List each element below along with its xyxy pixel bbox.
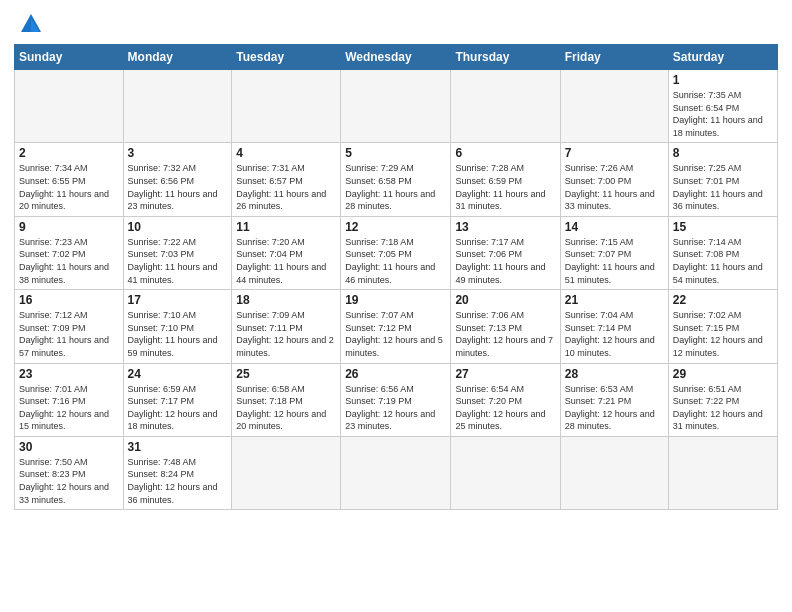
calendar-cell: 8Sunrise: 7:25 AM Sunset: 7:01 PM Daylig… — [668, 143, 777, 216]
day-info: Sunrise: 7:02 AM Sunset: 7:15 PM Dayligh… — [673, 309, 773, 359]
day-info: Sunrise: 7:28 AM Sunset: 6:59 PM Dayligh… — [455, 162, 555, 212]
calendar-cell: 15Sunrise: 7:14 AM Sunset: 7:08 PM Dayli… — [668, 216, 777, 289]
calendar-cell — [341, 436, 451, 509]
weekday-thursday: Thursday — [451, 45, 560, 70]
calendar-cell: 6Sunrise: 7:28 AM Sunset: 6:59 PM Daylig… — [451, 143, 560, 216]
calendar-row-1: 2Sunrise: 7:34 AM Sunset: 6:55 PM Daylig… — [15, 143, 778, 216]
logo-icon — [17, 10, 45, 38]
day-number: 29 — [673, 367, 773, 381]
calendar-row-5: 30Sunrise: 7:50 AM Sunset: 8:23 PM Dayli… — [15, 436, 778, 509]
calendar-row-3: 16Sunrise: 7:12 AM Sunset: 7:09 PM Dayli… — [15, 290, 778, 363]
day-number: 11 — [236, 220, 336, 234]
calendar-cell: 3Sunrise: 7:32 AM Sunset: 6:56 PM Daylig… — [123, 143, 232, 216]
day-info: Sunrise: 7:34 AM Sunset: 6:55 PM Dayligh… — [19, 162, 119, 212]
calendar-cell: 11Sunrise: 7:20 AM Sunset: 7:04 PM Dayli… — [232, 216, 341, 289]
calendar-cell — [560, 70, 668, 143]
day-number: 4 — [236, 146, 336, 160]
day-number: 23 — [19, 367, 119, 381]
day-info: Sunrise: 7:35 AM Sunset: 6:54 PM Dayligh… — [673, 89, 773, 139]
day-info: Sunrise: 7:12 AM Sunset: 7:09 PM Dayligh… — [19, 309, 119, 359]
calendar-cell — [15, 70, 124, 143]
day-info: Sunrise: 7:15 AM Sunset: 7:07 PM Dayligh… — [565, 236, 664, 286]
calendar-cell: 24Sunrise: 6:59 AM Sunset: 7:17 PM Dayli… — [123, 363, 232, 436]
calendar-cell — [123, 70, 232, 143]
weekday-sunday: Sunday — [15, 45, 124, 70]
weekday-friday: Friday — [560, 45, 668, 70]
calendar-cell: 2Sunrise: 7:34 AM Sunset: 6:55 PM Daylig… — [15, 143, 124, 216]
calendar-cell: 4Sunrise: 7:31 AM Sunset: 6:57 PM Daylig… — [232, 143, 341, 216]
day-info: Sunrise: 7:01 AM Sunset: 7:16 PM Dayligh… — [19, 383, 119, 433]
calendar-cell: 27Sunrise: 6:54 AM Sunset: 7:20 PM Dayli… — [451, 363, 560, 436]
calendar-cell: 20Sunrise: 7:06 AM Sunset: 7:13 PM Dayli… — [451, 290, 560, 363]
calendar-cell — [451, 70, 560, 143]
day-number: 18 — [236, 293, 336, 307]
calendar-cell: 17Sunrise: 7:10 AM Sunset: 7:10 PM Dayli… — [123, 290, 232, 363]
day-number: 1 — [673, 73, 773, 87]
calendar-cell: 19Sunrise: 7:07 AM Sunset: 7:12 PM Dayli… — [341, 290, 451, 363]
day-number: 25 — [236, 367, 336, 381]
calendar-cell: 30Sunrise: 7:50 AM Sunset: 8:23 PM Dayli… — [15, 436, 124, 509]
day-info: Sunrise: 6:58 AM Sunset: 7:18 PM Dayligh… — [236, 383, 336, 433]
day-number: 21 — [565, 293, 664, 307]
day-number: 3 — [128, 146, 228, 160]
calendar-cell: 7Sunrise: 7:26 AM Sunset: 7:00 PM Daylig… — [560, 143, 668, 216]
day-number: 13 — [455, 220, 555, 234]
day-info: Sunrise: 7:17 AM Sunset: 7:06 PM Dayligh… — [455, 236, 555, 286]
calendar-cell: 23Sunrise: 7:01 AM Sunset: 7:16 PM Dayli… — [15, 363, 124, 436]
calendar-cell: 25Sunrise: 6:58 AM Sunset: 7:18 PM Dayli… — [232, 363, 341, 436]
header — [14, 10, 778, 38]
day-info: Sunrise: 7:06 AM Sunset: 7:13 PM Dayligh… — [455, 309, 555, 359]
calendar-cell: 9Sunrise: 7:23 AM Sunset: 7:02 PM Daylig… — [15, 216, 124, 289]
calendar-row-2: 9Sunrise: 7:23 AM Sunset: 7:02 PM Daylig… — [15, 216, 778, 289]
day-info: Sunrise: 7:18 AM Sunset: 7:05 PM Dayligh… — [345, 236, 446, 286]
day-number: 5 — [345, 146, 446, 160]
day-info: Sunrise: 7:32 AM Sunset: 6:56 PM Dayligh… — [128, 162, 228, 212]
day-number: 8 — [673, 146, 773, 160]
day-number: 7 — [565, 146, 664, 160]
day-number: 31 — [128, 440, 228, 454]
calendar-cell: 14Sunrise: 7:15 AM Sunset: 7:07 PM Dayli… — [560, 216, 668, 289]
day-info: Sunrise: 7:22 AM Sunset: 7:03 PM Dayligh… — [128, 236, 228, 286]
calendar-cell: 31Sunrise: 7:48 AM Sunset: 8:24 PM Dayli… — [123, 436, 232, 509]
day-number: 14 — [565, 220, 664, 234]
day-number: 17 — [128, 293, 228, 307]
day-number: 10 — [128, 220, 228, 234]
day-number: 9 — [19, 220, 119, 234]
day-number: 24 — [128, 367, 228, 381]
day-number: 16 — [19, 293, 119, 307]
page: SundayMondayTuesdayWednesdayThursdayFrid… — [0, 0, 792, 612]
day-info: Sunrise: 7:23 AM Sunset: 7:02 PM Dayligh… — [19, 236, 119, 286]
day-number: 30 — [19, 440, 119, 454]
calendar-cell — [560, 436, 668, 509]
day-number: 15 — [673, 220, 773, 234]
day-info: Sunrise: 7:07 AM Sunset: 7:12 PM Dayligh… — [345, 309, 446, 359]
day-info: Sunrise: 7:29 AM Sunset: 6:58 PM Dayligh… — [345, 162, 446, 212]
calendar-row-0: 1Sunrise: 7:35 AM Sunset: 6:54 PM Daylig… — [15, 70, 778, 143]
day-number: 20 — [455, 293, 555, 307]
day-info: Sunrise: 6:53 AM Sunset: 7:21 PM Dayligh… — [565, 383, 664, 433]
calendar-cell: 16Sunrise: 7:12 AM Sunset: 7:09 PM Dayli… — [15, 290, 124, 363]
day-number: 27 — [455, 367, 555, 381]
calendar-table: SundayMondayTuesdayWednesdayThursdayFrid… — [14, 44, 778, 510]
day-number: 19 — [345, 293, 446, 307]
calendar-cell: 22Sunrise: 7:02 AM Sunset: 7:15 PM Dayli… — [668, 290, 777, 363]
day-info: Sunrise: 7:50 AM Sunset: 8:23 PM Dayligh… — [19, 456, 119, 506]
day-info: Sunrise: 7:26 AM Sunset: 7:00 PM Dayligh… — [565, 162, 664, 212]
weekday-monday: Monday — [123, 45, 232, 70]
day-info: Sunrise: 6:59 AM Sunset: 7:17 PM Dayligh… — [128, 383, 228, 433]
calendar-cell: 18Sunrise: 7:09 AM Sunset: 7:11 PM Dayli… — [232, 290, 341, 363]
day-info: Sunrise: 7:10 AM Sunset: 7:10 PM Dayligh… — [128, 309, 228, 359]
logo — [14, 10, 45, 38]
calendar-cell — [232, 70, 341, 143]
day-info: Sunrise: 7:25 AM Sunset: 7:01 PM Dayligh… — [673, 162, 773, 212]
calendar-cell — [341, 70, 451, 143]
day-info: Sunrise: 7:09 AM Sunset: 7:11 PM Dayligh… — [236, 309, 336, 359]
day-info: Sunrise: 7:31 AM Sunset: 6:57 PM Dayligh… — [236, 162, 336, 212]
calendar-cell: 12Sunrise: 7:18 AM Sunset: 7:05 PM Dayli… — [341, 216, 451, 289]
calendar-cell: 26Sunrise: 6:56 AM Sunset: 7:19 PM Dayli… — [341, 363, 451, 436]
day-info: Sunrise: 7:20 AM Sunset: 7:04 PM Dayligh… — [236, 236, 336, 286]
day-number: 12 — [345, 220, 446, 234]
calendar-cell — [232, 436, 341, 509]
weekday-wednesday: Wednesday — [341, 45, 451, 70]
calendar-cell — [668, 436, 777, 509]
